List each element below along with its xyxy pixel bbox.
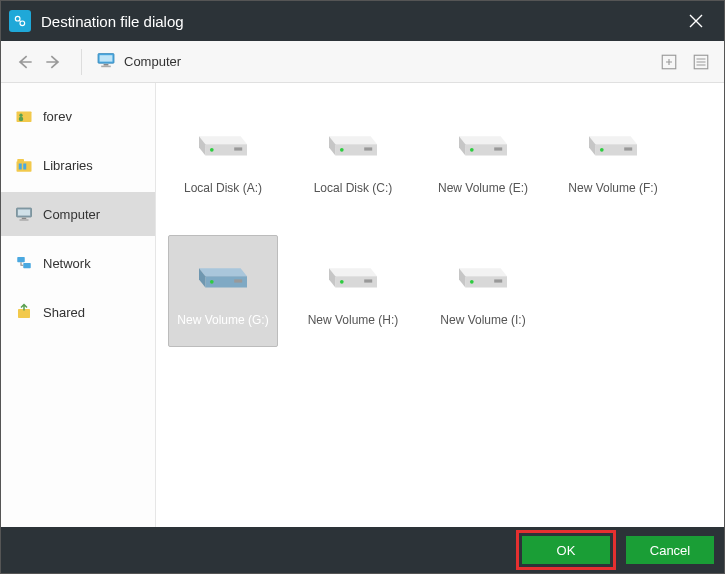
toolbar: Computer bbox=[1, 41, 724, 83]
back-button[interactable] bbox=[11, 48, 39, 76]
sidebar-item-computer[interactable]: Computer bbox=[1, 192, 155, 236]
svg-point-30 bbox=[340, 148, 344, 152]
svg-rect-14 bbox=[23, 164, 26, 170]
svg-rect-8 bbox=[17, 112, 32, 123]
svg-point-10 bbox=[19, 114, 22, 117]
sidebar-item-shared[interactable]: Shared bbox=[1, 290, 155, 334]
sidebar: forev Libraries bbox=[1, 83, 156, 527]
svg-rect-51 bbox=[364, 279, 372, 282]
toolbar-divider bbox=[81, 49, 82, 75]
sidebar-item-libraries[interactable]: Libraries bbox=[1, 143, 155, 187]
close-button[interactable] bbox=[676, 1, 716, 41]
sidebar-item-network[interactable]: Network bbox=[1, 241, 155, 285]
sidebar-item-label: Libraries bbox=[43, 158, 93, 173]
svg-rect-16 bbox=[18, 210, 30, 216]
drive-item[interactable]: New Volume (H:) bbox=[298, 235, 408, 347]
drive-grid: Local Disk (A:) Local Disk (C:) New Volu… bbox=[156, 83, 724, 527]
location-text: Computer bbox=[124, 54, 181, 69]
svg-point-40 bbox=[600, 148, 604, 152]
drive-item[interactable]: New Volume (I:) bbox=[428, 235, 538, 347]
svg-rect-56 bbox=[494, 279, 502, 282]
svg-rect-31 bbox=[364, 147, 372, 150]
drive-icon bbox=[451, 123, 515, 167]
svg-rect-46 bbox=[234, 279, 242, 282]
drive-label: New Volume (E:) bbox=[438, 181, 528, 195]
drive-icon bbox=[191, 123, 255, 167]
svg-marker-47 bbox=[329, 268, 377, 276]
svg-point-1 bbox=[20, 21, 25, 26]
svg-rect-12 bbox=[17, 159, 24, 162]
drive-label: New Volume (F:) bbox=[568, 181, 657, 195]
drive-item[interactable]: New Volume (F:) bbox=[558, 103, 668, 215]
svg-rect-19 bbox=[17, 257, 25, 262]
view-list-button[interactable] bbox=[688, 49, 714, 75]
shared-icon bbox=[15, 303, 33, 321]
svg-rect-26 bbox=[234, 147, 242, 150]
svg-point-55 bbox=[470, 280, 474, 284]
window-title: Destination file dialog bbox=[41, 13, 676, 30]
forward-button[interactable] bbox=[39, 48, 67, 76]
drive-label: New Volume (I:) bbox=[440, 313, 525, 327]
titlebar: Destination file dialog bbox=[1, 1, 724, 41]
drive-item[interactable]: New Volume (G:) bbox=[168, 235, 278, 347]
ok-highlight: OK bbox=[516, 530, 616, 570]
svg-rect-4 bbox=[104, 64, 109, 66]
svg-point-35 bbox=[470, 148, 474, 152]
computer-icon bbox=[96, 52, 116, 71]
drive-item[interactable]: Local Disk (C:) bbox=[298, 103, 408, 215]
sidebar-item-label: Network bbox=[43, 256, 91, 271]
drive-icon bbox=[321, 255, 385, 299]
computer-icon bbox=[15, 205, 33, 223]
svg-point-25 bbox=[210, 148, 214, 152]
drive-item[interactable]: New Volume (E:) bbox=[428, 103, 538, 215]
svg-point-50 bbox=[340, 280, 344, 284]
svg-point-9 bbox=[19, 117, 24, 122]
svg-rect-5 bbox=[101, 66, 111, 68]
ok-button[interactable]: OK bbox=[522, 536, 610, 564]
sidebar-item-label: Shared bbox=[43, 305, 85, 320]
svg-rect-41 bbox=[624, 147, 632, 150]
svg-rect-3 bbox=[100, 55, 113, 61]
svg-rect-20 bbox=[23, 263, 31, 268]
sidebar-item-label: Computer bbox=[43, 207, 100, 222]
drive-icon bbox=[581, 123, 645, 167]
drive-icon bbox=[321, 123, 385, 167]
drive-label: New Volume (H:) bbox=[308, 313, 399, 327]
drive-item[interactable]: Local Disk (A:) bbox=[168, 103, 278, 215]
dialog-window: Destination file dialog bbox=[0, 0, 725, 574]
new-folder-button[interactable] bbox=[656, 49, 682, 75]
svg-marker-37 bbox=[589, 136, 637, 144]
libraries-icon bbox=[15, 156, 33, 174]
drive-label: Local Disk (A:) bbox=[184, 181, 262, 195]
sidebar-item-label: forev bbox=[43, 109, 72, 124]
svg-marker-22 bbox=[199, 136, 247, 144]
network-icon bbox=[15, 254, 33, 272]
drive-label: Local Disk (C:) bbox=[314, 181, 393, 195]
svg-marker-27 bbox=[329, 136, 377, 144]
sidebar-item-forev[interactable]: forev bbox=[1, 94, 155, 138]
user-folder-icon bbox=[15, 107, 33, 125]
svg-rect-36 bbox=[494, 147, 502, 150]
drive-icon bbox=[451, 255, 515, 299]
svg-rect-13 bbox=[19, 164, 22, 170]
body: forev Libraries bbox=[1, 83, 724, 527]
app-icon bbox=[9, 10, 31, 32]
svg-rect-17 bbox=[22, 218, 27, 220]
svg-marker-42 bbox=[199, 268, 247, 276]
drive-label: New Volume (G:) bbox=[177, 313, 268, 327]
location-path[interactable]: Computer bbox=[96, 52, 650, 71]
svg-marker-32 bbox=[459, 136, 507, 144]
cancel-button[interactable]: Cancel bbox=[626, 536, 714, 564]
svg-point-45 bbox=[210, 280, 214, 284]
svg-rect-18 bbox=[20, 219, 29, 221]
drive-icon bbox=[191, 255, 255, 299]
svg-marker-52 bbox=[459, 268, 507, 276]
footer: OK Cancel bbox=[1, 527, 724, 573]
svg-point-0 bbox=[15, 16, 20, 21]
